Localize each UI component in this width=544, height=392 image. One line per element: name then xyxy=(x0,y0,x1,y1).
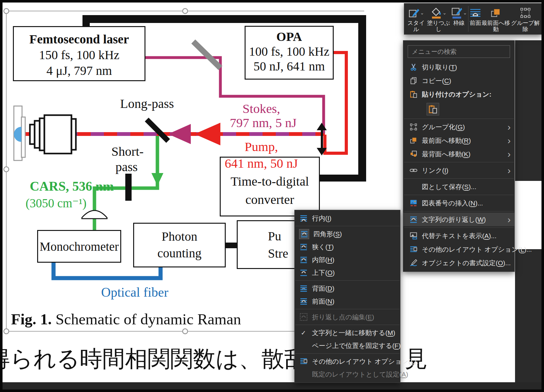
cut-icon xyxy=(409,63,418,71)
submenu-item-fix-position[interactable]: ページ上で位置を固定する(F) xyxy=(295,339,400,352)
menu-item-bring-to-front[interactable]: 最前面へ移動(R)› xyxy=(403,134,514,147)
menu-separator xyxy=(295,309,400,309)
submenu-item-square[interactable]: 四角形(S) xyxy=(295,227,400,240)
menu-item-link-label: リンク(I) xyxy=(422,166,448,175)
short-pass-filter xyxy=(125,174,132,201)
toolbar-front-label: 前面 xyxy=(470,20,481,26)
menu-item-save-as-picture[interactable]: 図として保存(S)... xyxy=(403,180,514,193)
format-icon xyxy=(409,259,418,267)
toolbar-front-button[interactable]: 前面 xyxy=(470,5,481,33)
alt-icon xyxy=(409,232,418,240)
dropdown-caret-icon[interactable]: ⌄ xyxy=(463,10,467,16)
cars-label-2: (3050 cm⁻¹) xyxy=(26,196,87,210)
paste-icon xyxy=(427,103,439,115)
toolbar-fill-label: 塗りつぶし xyxy=(426,20,451,32)
menu-item-link[interactable]: リンク(I)› xyxy=(403,164,514,177)
submenu-item-through-label: 内部(H) xyxy=(312,255,334,264)
menu-item-alt-text[interactable]: 代替テキストを表示(A)... xyxy=(403,229,514,243)
long-pass-label: Long-pass xyxy=(120,96,174,111)
menu-item-save-as-picture-label: 図として保存(S)... xyxy=(422,182,476,191)
monochrometer-box: Monochrometer xyxy=(37,230,121,263)
submenu-item-in-front-label: 前面(N) xyxy=(312,297,334,306)
w-tight-icon xyxy=(299,243,308,251)
menu-item-copy[interactable]: コピー(C) xyxy=(403,74,514,87)
w-through-icon xyxy=(299,256,308,264)
body-text-left: 得られる時間相関関数は、散乱 xyxy=(0,344,307,374)
cars-arrowhead xyxy=(151,173,163,186)
menu-separator xyxy=(404,178,514,179)
menu-item-cut[interactable]: 切り取り(T) xyxy=(403,60,514,74)
layout-icon xyxy=(409,245,418,254)
toolbar-ungroup-button[interactable]: グループ解除 xyxy=(511,5,540,33)
w-inline-icon xyxy=(299,214,308,222)
short-pass-label-1: Short- xyxy=(111,144,144,159)
femtosecond-laser-specs1: 150 fs, 100 kHz xyxy=(14,47,144,63)
submenu-item-top-bottom[interactable]: 上下(O) xyxy=(295,266,400,279)
toolbar-bring-to-front-button[interactable]: 最前面へ移動 xyxy=(481,5,511,33)
submenu-item-set-default-layout[interactable]: 既定のレイアウトとして設定(A) xyxy=(295,368,400,381)
opa-title: OPA xyxy=(246,29,333,44)
submenu-item-more-layout-options[interactable]: その他のレイアウト オプション(L)... xyxy=(295,355,400,368)
empty-icon xyxy=(409,183,418,191)
submenu-item-in-front[interactable]: 前面(N) xyxy=(295,295,400,308)
submenu-arrow-icon: › xyxy=(507,124,511,130)
lens xyxy=(82,210,107,219)
submenu-item-tight[interactable]: 狭く(T) xyxy=(295,240,400,253)
opa-box: OPA 100 fs, 100 kHz 50 nJ, 641 nm xyxy=(245,26,334,80)
submenu-item-move-with-text[interactable]: ✓文字列と一緒に移動する(M) xyxy=(295,326,400,339)
w-front-icon xyxy=(299,297,308,305)
wrap-icon xyxy=(409,216,418,224)
short-pass-label-2: pass xyxy=(116,159,138,174)
dropdown-caret-icon[interactable]: ⌄ xyxy=(443,10,447,16)
submenu-item-edit-wrap-points[interactable]: 折り返し点の編集(E) xyxy=(295,311,400,323)
menu-item-group[interactable]: グループ化(G)› xyxy=(403,120,514,134)
submenu-arrow-icon: › xyxy=(507,151,511,157)
toolbar-outline-button[interactable]: ⌄枠線 xyxy=(451,5,467,33)
stokes-arrowhead xyxy=(168,124,191,144)
toolbar-bring-to-front-label: 最前面へ移動 xyxy=(481,20,511,32)
menu-item-paste-options: 貼り付けのオプション: xyxy=(403,87,514,101)
menu-item-wrap-text[interactable]: 文字列の折り返し(W)› xyxy=(403,213,514,226)
layout-icon xyxy=(299,357,308,366)
menu-search-input[interactable]: メニューの検索 xyxy=(408,45,510,58)
copy-icon xyxy=(409,77,418,85)
submenu-item-square-label: 四角形(S) xyxy=(313,230,342,238)
fill-icon: ⌄ xyxy=(431,6,447,20)
tdc-line2: converter xyxy=(221,190,319,209)
submenu-item-fix-position-label: ページ上で位置を固定する(F) xyxy=(312,341,401,350)
menu-item-insert-caption[interactable]: 図表番号の挿入(N)... xyxy=(403,196,514,210)
menu-separator xyxy=(404,195,514,195)
app-background-band-top xyxy=(515,40,541,181)
submenu-item-in-line[interactable]: 行内(I) xyxy=(295,212,400,225)
submenu-item-tight-label: 狭く(T) xyxy=(312,243,334,251)
send-back-icon xyxy=(409,150,418,158)
dropdown-caret-icon[interactable]: ⌄ xyxy=(420,10,424,16)
link-icon xyxy=(409,166,418,175)
monochrometer-label: Monochrometer xyxy=(40,239,119,254)
menu-item-more-layout-options[interactable]: その他のレイアウト オプション(L)... xyxy=(403,243,514,256)
opa-specs1: 100 fs, 100 kHz xyxy=(246,44,333,59)
femtosecond-laser-box: Femtosecond laser 150 fs, 100 kHz 4 μJ, … xyxy=(13,26,145,81)
empty-icon xyxy=(299,342,308,350)
tdc-line1: Time-to-digital xyxy=(221,172,319,190)
submenu-item-behind-text[interactable]: 背面(D) xyxy=(295,282,400,295)
paste-icon xyxy=(409,90,418,98)
submenu-item-through[interactable]: 内部(H) xyxy=(295,253,400,266)
menu-item-send-to-back[interactable]: 最背面へ移動(K)› xyxy=(403,147,514,161)
menu-separator xyxy=(404,119,514,119)
submenu-item-in-line-label: 行内(I) xyxy=(312,214,332,223)
style-icon: ⌄ xyxy=(408,6,424,20)
menu-item-paste-keep-formatting[interactable] xyxy=(403,101,514,117)
menu-item-more-layout-options-label: その他のレイアウト オプション(L)... xyxy=(422,245,532,254)
toolbar-fill-button[interactable]: ⌄塗りつぶし xyxy=(426,5,451,33)
pump-arrowhead xyxy=(195,123,220,145)
toolbar-style-label: スタイル xyxy=(406,20,426,32)
optical-fiber-label: Optical fiber xyxy=(101,285,168,300)
submenu-arrow-icon: › xyxy=(507,137,511,144)
submenu-arrow-icon: › xyxy=(507,167,511,174)
caption-number: Fig. 1. xyxy=(11,311,52,328)
stokes-label-2: 797 nm, 5 nJ xyxy=(230,115,297,130)
menu-item-format-object[interactable]: オブジェクトの書式設定(O)... xyxy=(403,256,514,270)
toolbar-style-button[interactable]: ⌄スタイル xyxy=(406,5,426,33)
menu-item-insert-caption-label: 図表番号の挿入(N)... xyxy=(422,199,483,208)
